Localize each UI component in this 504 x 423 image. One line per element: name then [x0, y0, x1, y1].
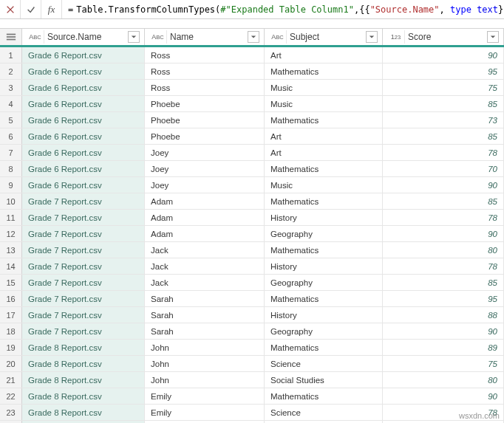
cell-source-name[interactable]: Grade 7 Report.csv — [22, 193, 145, 209]
filter-button[interactable] — [128, 31, 140, 43]
cell-subject[interactable]: Mathematics — [265, 63, 383, 79]
cell-source-name[interactable]: Grade 6 Report.csv — [22, 128, 145, 144]
cell-name[interactable]: Joey — [145, 161, 265, 176]
row-number[interactable]: 8 — [0, 161, 22, 176]
cell-subject[interactable]: History — [265, 210, 383, 225]
cell-score[interactable]: 85 — [383, 193, 504, 209]
column-header-subject[interactable]: ABC Subject — [265, 29, 383, 45]
cell-score[interactable]: 75 — [383, 356, 504, 371]
cell-score[interactable]: 85 — [383, 96, 504, 111]
filter-button[interactable] — [366, 31, 378, 43]
row-number[interactable]: 19 — [0, 340, 22, 355]
cell-subject[interactable]: Mathematics — [265, 112, 383, 128]
row-number[interactable]: 5 — [0, 112, 22, 128]
cell-score[interactable]: 90 — [383, 177, 504, 193]
cell-subject[interactable]: Mathematics — [265, 388, 383, 404]
cell-subject[interactable]: Art — [265, 145, 383, 160]
cell-source-name[interactable]: Grade 8 Report.csv — [22, 388, 145, 404]
cell-score[interactable]: 85 — [383, 128, 504, 144]
row-number[interactable]: 20 — [0, 356, 22, 371]
row-number[interactable]: 12 — [0, 226, 22, 241]
cell-source-name[interactable]: Grade 6 Report.csv — [22, 145, 145, 160]
select-all-corner[interactable] — [0, 29, 22, 45]
cell-source-name[interactable]: Grade 7 Report.csv — [22, 242, 145, 258]
cell-score[interactable]: 95 — [383, 291, 504, 306]
table-row[interactable]: 23Grade 8 Report.csvEmilyScience78 — [0, 405, 504, 421]
row-number[interactable]: 21 — [0, 372, 22, 388]
cell-source-name[interactable]: Grade 7 Report.csv — [22, 307, 145, 323]
cell-subject[interactable]: History — [265, 307, 383, 323]
table-row[interactable]: 1Grade 6 Report.csvRossArt90 — [0, 47, 504, 63]
commit-formula-button[interactable] — [21, 0, 41, 18]
cell-source-name[interactable]: Grade 7 Report.csv — [22, 275, 145, 290]
cell-name[interactable]: Jack — [145, 258, 265, 274]
cell-score[interactable]: 78 — [383, 210, 504, 225]
cell-subject[interactable]: Music — [265, 177, 383, 193]
cell-score[interactable]: 90 — [383, 388, 504, 404]
table-row[interactable]: 22Grade 8 Report.csvEmilyMathematics90 — [0, 388, 504, 405]
table-row[interactable]: 18Grade 7 Report.csvSarahGeography90 — [0, 323, 504, 340]
cell-source-name[interactable]: Grade 6 Report.csv — [22, 177, 145, 193]
cell-subject[interactable]: Mathematics — [265, 193, 383, 209]
row-number[interactable]: 23 — [0, 405, 22, 420]
table-row[interactable]: 14Grade 7 Report.csvJackHistory78 — [0, 258, 504, 275]
cell-subject[interactable]: Mathematics — [265, 242, 383, 258]
row-number[interactable]: 16 — [0, 291, 22, 306]
column-header-name[interactable]: ABC Name — [145, 29, 265, 45]
cell-source-name[interactable]: Grade 7 Report.csv — [22, 323, 145, 339]
cell-score[interactable]: 73 — [383, 112, 504, 128]
cell-name[interactable]: Emily — [145, 388, 265, 404]
row-number[interactable]: 15 — [0, 275, 22, 290]
table-row[interactable]: 20Grade 8 Report.csvJohnScience75 — [0, 356, 504, 372]
cell-source-name[interactable]: Grade 6 Report.csv — [22, 96, 145, 111]
cell-source-name[interactable]: Grade 6 Report.csv — [22, 63, 145, 79]
cell-source-name[interactable]: Grade 6 Report.csv — [22, 112, 145, 128]
cell-name[interactable]: John — [145, 372, 265, 388]
cell-name[interactable]: Adam — [145, 210, 265, 225]
table-row[interactable]: 4Grade 6 Report.csvPhoebeMusic85 — [0, 96, 504, 112]
row-number[interactable]: 18 — [0, 323, 22, 339]
cell-name[interactable]: Sarah — [145, 323, 265, 339]
table-row[interactable]: 12Grade 7 Report.csvAdamGeography90 — [0, 226, 504, 242]
cell-score[interactable]: 80 — [383, 372, 504, 388]
cell-subject[interactable]: Geography — [265, 226, 383, 241]
row-number[interactable]: 10 — [0, 193, 22, 209]
row-number[interactable]: 22 — [0, 388, 22, 404]
cell-subject[interactable]: Geography — [265, 275, 383, 290]
table-row[interactable]: 3Grade 6 Report.csvRossMusic75 — [0, 80, 504, 96]
cell-subject[interactable]: Art — [265, 47, 383, 63]
cell-subject[interactable]: Science — [265, 356, 383, 371]
table-row[interactable]: 13Grade 7 Report.csvJackMathematics80 — [0, 242, 504, 258]
row-number[interactable]: 6 — [0, 128, 22, 144]
row-number[interactable]: 13 — [0, 242, 22, 258]
row-number[interactable]: 9 — [0, 177, 22, 193]
cell-source-name[interactable]: Grade 7 Report.csv — [22, 291, 145, 306]
cell-name[interactable]: Joey — [145, 177, 265, 193]
table-row[interactable]: 15Grade 7 Report.csvJackGeography85 — [0, 275, 504, 291]
cell-subject[interactable]: Music — [265, 96, 383, 111]
cell-name[interactable]: Jack — [145, 275, 265, 290]
cell-score[interactable]: 95 — [383, 63, 504, 79]
cell-source-name[interactable]: Grade 7 Report.csv — [22, 226, 145, 241]
cell-source-name[interactable]: Grade 8 Report.csv — [22, 372, 145, 388]
cell-source-name[interactable]: Grade 7 Report.csv — [22, 258, 145, 274]
cell-source-name[interactable]: Grade 7 Report.csv — [22, 210, 145, 225]
cell-score[interactable]: 90 — [383, 47, 504, 63]
cell-source-name[interactable]: Grade 6 Report.csv — [22, 80, 145, 95]
cell-name[interactable]: Jack — [145, 242, 265, 258]
cell-score[interactable]: 78 — [383, 258, 504, 274]
cell-name[interactable]: John — [145, 356, 265, 371]
cell-subject[interactable]: Mathematics — [265, 161, 383, 176]
cell-subject[interactable]: Social Studies — [265, 372, 383, 388]
cell-source-name[interactable]: Grade 6 Report.csv — [22, 47, 145, 63]
filter-button[interactable] — [487, 31, 499, 43]
cell-subject[interactable]: History — [265, 258, 383, 274]
table-row[interactable]: 19Grade 8 Report.csvJohnMathematics89 — [0, 340, 504, 356]
cell-subject[interactable]: Art — [265, 128, 383, 144]
column-header-score[interactable]: 123 Score — [383, 29, 504, 45]
cell-source-name[interactable]: Grade 6 Report.csv — [22, 161, 145, 176]
cell-score[interactable]: 80 — [383, 242, 504, 258]
cell-name[interactable]: Phoebe — [145, 96, 265, 111]
cell-name[interactable]: Sarah — [145, 291, 265, 306]
row-number[interactable]: 11 — [0, 210, 22, 225]
